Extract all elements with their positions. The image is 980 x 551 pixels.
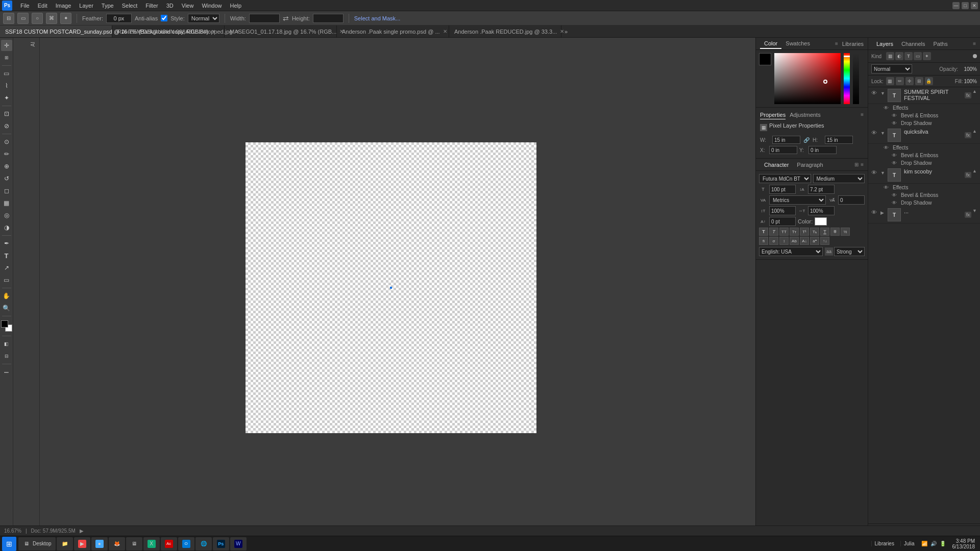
link-wh-btn[interactable]: 🔗 bbox=[802, 136, 811, 144]
layer-options-summer[interactable]: ▲ bbox=[972, 89, 977, 94]
bevel-eye-quicksilva[interactable]: 👁 bbox=[892, 153, 899, 158]
shape-tool[interactable]: ▭ bbox=[1, 274, 12, 286]
color-panel-menu[interactable]: ≡ bbox=[835, 41, 838, 46]
char-panel-menu[interactable]: ≡ bbox=[861, 162, 864, 167]
kerning-select[interactable]: Metrics bbox=[769, 195, 826, 205]
layer-eye-quicksilva[interactable]: 👁 bbox=[871, 130, 878, 136]
history-brush-tool[interactable]: ↺ bbox=[1, 173, 12, 184]
move-tool[interactable]: ✛ bbox=[1, 40, 12, 51]
blur-tool[interactable]: ◎ bbox=[1, 210, 12, 221]
zoom-tool[interactable]: 🔍 bbox=[1, 303, 12, 314]
layer-expand-extra[interactable]: ▶ bbox=[880, 210, 887, 215]
layer-options-quicksilva[interactable]: ▲ bbox=[972, 129, 977, 134]
layer-options-kimscooby[interactable]: ▲ bbox=[972, 168, 977, 173]
color-tab[interactable]: Color bbox=[760, 39, 781, 49]
shadow-eye-summer[interactable]: 👁 bbox=[892, 120, 899, 126]
properties-collapse[interactable]: ≡ bbox=[861, 112, 864, 119]
shadow-eye-kimscooby[interactable]: 👁 bbox=[892, 200, 899, 206]
magic-select-btn[interactable]: ✦ bbox=[60, 13, 71, 24]
eyedropper-tool[interactable]: ⊘ bbox=[1, 120, 12, 132]
tab-4[interactable]: Anderson .Paak REDUCED.jpg @ 33.3... ✕ bbox=[449, 26, 561, 38]
layer-expand-summer[interactable]: ▼ bbox=[880, 91, 887, 96]
subscript-btn[interactable]: T₁ bbox=[810, 228, 819, 236]
lock-artboard-btn[interactable]: ⊞ bbox=[915, 77, 923, 85]
layer-drop-shadow-kimscooby[interactable]: 👁 Drop Shadow bbox=[868, 199, 980, 207]
style-select[interactable]: Normal bbox=[188, 14, 219, 23]
ligature-btn[interactable]: fi bbox=[759, 237, 768, 245]
opacity-value[interactable]: 100% bbox=[959, 66, 977, 72]
lock-transparent-btn[interactable]: ▦ bbox=[886, 77, 894, 85]
taskbar-outlook[interactable]: O bbox=[178, 537, 194, 550]
y-input[interactable] bbox=[808, 146, 837, 154]
horizontal-scale-input[interactable] bbox=[808, 206, 835, 215]
select-mask-btn[interactable]: Select and Mask... bbox=[354, 15, 401, 21]
leading-input[interactable] bbox=[808, 185, 835, 194]
font-size-input[interactable] bbox=[769, 185, 796, 194]
layer-eye-kimscooby[interactable]: 👁 bbox=[871, 169, 878, 176]
magic-wand-tool[interactable]: ✦ bbox=[1, 92, 12, 104]
font-style-select[interactable]: Medium bbox=[813, 174, 865, 183]
dodge-tool[interactable]: ◑ bbox=[1, 222, 12, 233]
layers-list[interactable]: 👁 ▼ T SUMMER SPIRIT FESTIVAL fx ▲ 👁 Effe… bbox=[868, 87, 980, 523]
subscript2-btn[interactable]: A↓ bbox=[800, 237, 809, 245]
anti-alias-select[interactable]: Strong bbox=[834, 247, 865, 256]
feather-input[interactable] bbox=[106, 14, 132, 23]
paragraph-tab[interactable]: Paragraph bbox=[793, 161, 827, 169]
menu-window[interactable]: Window bbox=[198, 2, 226, 10]
foreground-color[interactable] bbox=[1, 320, 8, 328]
layer-summer-spirit[interactable]: 👁 ▼ T SUMMER SPIRIT FESTIVAL fx ▲ bbox=[868, 87, 980, 104]
layer-options-extra[interactable]: ▼ bbox=[972, 208, 977, 213]
layer-kimscooby[interactable]: 👁 ▼ T kim scooby fx ▲ bbox=[868, 167, 980, 184]
clone-stamp-tool[interactable]: ⊕ bbox=[1, 161, 12, 172]
path-select-tool[interactable]: ↗ bbox=[1, 262, 12, 273]
paths-tab[interactable]: Paths bbox=[929, 39, 952, 48]
all-caps-btn[interactable]: TT bbox=[779, 228, 789, 236]
baseline-input[interactable] bbox=[769, 217, 796, 226]
minimize-button[interactable]: — bbox=[952, 2, 960, 9]
underline-btn[interactable]: T bbox=[820, 228, 829, 236]
anti-alias-checkbox[interactable] bbox=[161, 15, 167, 21]
menu-edit[interactable]: Edit bbox=[34, 2, 52, 10]
swash-btn[interactable]: ↑↓ bbox=[820, 237, 829, 245]
layer-fx-kimscooby[interactable]: fx bbox=[965, 172, 971, 178]
taskbar-app1[interactable]: ● bbox=[91, 537, 108, 550]
channels-tab[interactable]: Channels bbox=[897, 39, 929, 48]
filter-pixel-btn[interactable]: ▦ bbox=[886, 52, 894, 60]
start-button[interactable]: ⊞ bbox=[2, 537, 16, 551]
layer-bevel-emboss-summer[interactable]: 👁 Bevel & Emboss bbox=[868, 112, 980, 119]
tabs-more-btn[interactable]: » bbox=[561, 29, 571, 35]
lock-position-btn[interactable]: ✛ bbox=[905, 77, 914, 85]
adjustments-tab[interactable]: Adjustments bbox=[790, 112, 821, 119]
tab-0[interactable]: SSF18 CUSTOM POSTCARD_sunday.psd @ 16.7%… bbox=[0, 26, 112, 38]
layer-fx-extra[interactable]: fx bbox=[965, 212, 971, 218]
color-swatch[interactable] bbox=[1, 320, 12, 332]
oldstyle-btn[interactable]: σ bbox=[769, 237, 778, 245]
taskbar-firefox[interactable]: 🦊 bbox=[109, 537, 125, 550]
strikethrough-btn[interactable]: T bbox=[830, 228, 840, 236]
taskbar-chrome[interactable]: 🌐 bbox=[195, 537, 212, 550]
canvas[interactable] bbox=[246, 142, 536, 433]
text-color-swatch[interactable] bbox=[815, 217, 827, 226]
layer-fx-quicksilva[interactable]: fx bbox=[965, 132, 971, 138]
filter-adjust-btn[interactable]: ◐ bbox=[895, 52, 903, 60]
layer-extra[interactable]: 👁 ▶ T ... fx ▼ bbox=[868, 207, 980, 223]
h-input[interactable] bbox=[825, 136, 853, 144]
screen-mode-btn[interactable]: ⊟ bbox=[1, 350, 12, 362]
spot-heal-tool[interactable]: ⊙ bbox=[1, 136, 12, 147]
marquee-tool[interactable]: ▭ bbox=[1, 68, 12, 79]
layer-expand-kimscooby[interactable]: ▼ bbox=[880, 170, 887, 176]
tool-preset-btn[interactable]: ⊟ bbox=[3, 13, 14, 24]
effects-eye-summer[interactable]: 👁 bbox=[884, 105, 891, 111]
eraser-tool[interactable]: ◻ bbox=[1, 185, 12, 196]
bold-btn[interactable]: T bbox=[759, 228, 768, 236]
alpha-strip[interactable] bbox=[853, 53, 859, 104]
type-tool[interactable]: T bbox=[1, 250, 12, 261]
extra-tools-btn[interactable]: ••• bbox=[1, 366, 12, 378]
lock-all-btn[interactable]: 🔒 bbox=[925, 77, 933, 85]
menu-image[interactable]: Image bbox=[52, 2, 76, 10]
menu-type[interactable]: Type bbox=[97, 2, 118, 10]
font-family-select[interactable]: Futura MdCn BT bbox=[759, 174, 811, 183]
gradient-tool[interactable]: ▦ bbox=[1, 197, 12, 209]
bevel-eye-kimscooby[interactable]: 👁 bbox=[892, 192, 899, 198]
canvas-area[interactable]: AI bbox=[13, 38, 755, 538]
